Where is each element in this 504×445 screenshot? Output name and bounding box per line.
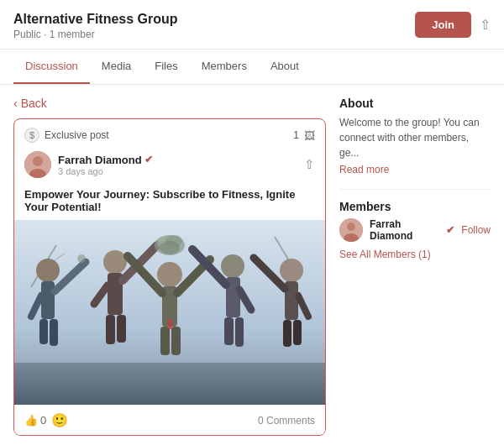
svg-rect-35 bbox=[224, 317, 234, 345]
tab-discussion[interactable]: Discussion bbox=[13, 50, 90, 84]
tab-media[interactable]: Media bbox=[90, 50, 143, 84]
back-chevron-icon: ‹ bbox=[13, 97, 18, 110]
svg-rect-30 bbox=[171, 327, 181, 355]
back-label: Back bbox=[21, 97, 47, 110]
tab-about[interactable]: About bbox=[259, 50, 311, 84]
member-name: Farrah Diamond ✔ bbox=[370, 218, 454, 242]
join-button[interactable]: Join bbox=[415, 12, 471, 38]
back-link[interactable]: ‹ Back bbox=[13, 97, 326, 110]
tab-members[interactable]: Members bbox=[190, 50, 259, 84]
svg-rect-13 bbox=[50, 319, 58, 346]
sidebar-about: About Welcome to the group! You can conn… bbox=[339, 97, 491, 175]
post-card-header: $ Exclusive post 1 🖼 bbox=[14, 119, 325, 148]
reactions: 👍 0 🙂 bbox=[24, 412, 68, 428]
svg-rect-41 bbox=[283, 320, 291, 347]
exclusive-icon: $ bbox=[24, 128, 39, 143]
group-name: Alternative Fitness Group bbox=[13, 12, 178, 27]
image-icon: 🖼 bbox=[304, 129, 315, 142]
post-footer: 👍 0 🙂 0 Comments bbox=[14, 405, 325, 435]
author-row: Farrah Diamond ✔ 3 days ago ⇧ bbox=[14, 148, 325, 183]
read-more-link[interactable]: Read more bbox=[339, 164, 491, 175]
post-time: 3 days ago bbox=[58, 166, 153, 176]
svg-rect-9 bbox=[41, 281, 55, 319]
nav-tabs: Discussion Media Files Members About bbox=[0, 50, 504, 85]
like-count: 0 bbox=[40, 414, 46, 427]
svg-point-1 bbox=[33, 156, 43, 166]
svg-rect-42 bbox=[293, 320, 302, 345]
sidebar-divider bbox=[339, 189, 491, 190]
sidebar: About Welcome to the group! You can conn… bbox=[339, 97, 491, 436]
svg-rect-36 bbox=[235, 317, 244, 347]
member-info: Farrah Diamond ✔ bbox=[370, 218, 454, 242]
tab-files[interactable]: Files bbox=[143, 50, 189, 84]
see-all-members-link[interactable]: See All Members (1) bbox=[339, 249, 491, 260]
svg-point-31 bbox=[221, 254, 244, 278]
svg-rect-43 bbox=[168, 319, 172, 329]
verified-icon: ✔ bbox=[144, 154, 153, 165]
author-name: Farrah Diamond ✔ bbox=[58, 154, 153, 166]
svg-rect-7 bbox=[14, 363, 325, 405]
exclusive-text: Exclusive post bbox=[45, 129, 109, 141]
thumbs-up-icon: 👍 bbox=[24, 414, 38, 427]
svg-rect-20 bbox=[117, 315, 126, 343]
svg-point-8 bbox=[36, 259, 60, 282]
post-card-actions: 1 🖼 bbox=[293, 129, 315, 142]
comments-count: 0 Comments bbox=[258, 415, 315, 427]
svg-point-24 bbox=[160, 241, 180, 254]
post-share-button[interactable]: ⇧ bbox=[304, 157, 315, 172]
follow-button[interactable]: Follow bbox=[461, 224, 491, 236]
author-info: Farrah Diamond ✔ 3 days ago bbox=[24, 151, 153, 178]
emoji-react-button[interactable]: 🙂 bbox=[51, 412, 68, 428]
svg-point-45 bbox=[347, 222, 355, 231]
group-meta: Public · 1 member bbox=[13, 29, 178, 40]
exclusive-label: $ Exclusive post bbox=[24, 128, 109, 143]
about-text: Welcome to the group! You can connect wi… bbox=[339, 115, 491, 160]
share-icon[interactable]: ⇧ bbox=[480, 17, 491, 33]
svg-point-14 bbox=[77, 254, 86, 263]
about-title: About bbox=[339, 97, 491, 110]
svg-rect-29 bbox=[160, 327, 170, 355]
content-area: ‹ Back $ Exclusive post 1 🖼 bbox=[0, 85, 504, 445]
post-card: $ Exclusive post 1 🖼 bbox=[13, 118, 326, 436]
author-avatar bbox=[24, 151, 51, 178]
image-count: 1 bbox=[293, 129, 299, 141]
like-button[interactable]: 👍 0 bbox=[24, 414, 46, 427]
header-actions: Join ⇧ bbox=[415, 12, 491, 38]
post-title: Empower Your Journey: Subscribe to Fitne… bbox=[14, 183, 325, 220]
member-avatar bbox=[339, 218, 363, 242]
group-info: Alternative Fitness Group Public · 1 mem… bbox=[13, 12, 178, 40]
main-column: ‹ Back $ Exclusive post 1 🖼 bbox=[13, 97, 326, 436]
page-header: Alternative Fitness Group Public · 1 mem… bbox=[0, 0, 504, 50]
svg-rect-12 bbox=[39, 319, 48, 344]
svg-rect-19 bbox=[106, 315, 115, 344]
member-row: Farrah Diamond ✔ Follow bbox=[339, 218, 491, 242]
member-verified-icon: ✔ bbox=[446, 224, 454, 236]
post-image bbox=[14, 220, 325, 405]
svg-point-25 bbox=[157, 262, 182, 287]
svg-point-37 bbox=[280, 259, 303, 282]
sidebar-members: Members Farrah Diamond ✔ Follow bbox=[339, 200, 491, 260]
svg-point-15 bbox=[103, 250, 127, 274]
members-title: Members bbox=[339, 200, 491, 213]
author-details: Farrah Diamond ✔ 3 days ago bbox=[58, 154, 153, 176]
